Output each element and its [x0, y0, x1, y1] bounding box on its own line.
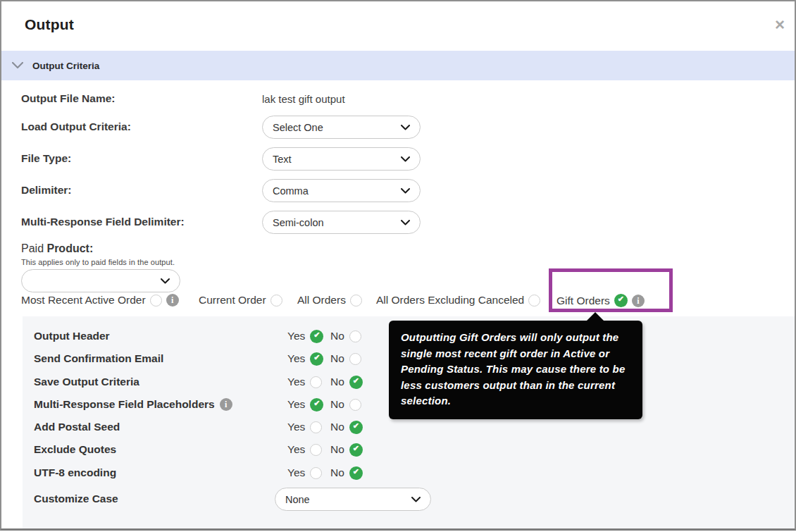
yes-option[interactable]: Yes	[287, 330, 323, 343]
toggle-row-add-postal-seed: Add Postal Seed Yes No	[34, 419, 788, 435]
radio-yes[interactable]	[310, 352, 323, 366]
radio-most-recent-active-order[interactable]	[150, 295, 162, 307]
toggle-label: Save Output Criteria	[34, 376, 139, 388]
load-output-criteria-select[interactable]: Select One	[262, 116, 421, 139]
customize-case-select[interactable]: None	[275, 488, 431, 511]
yes-option[interactable]: Yes	[287, 443, 322, 456]
option-gift-orders[interactable]: Gift Orders i	[556, 294, 645, 307]
multi-response-delimiter-selected-value: Semi-colon	[273, 217, 401, 228]
toggle-row-utf8-encoding: UTF-8 encoding Yes No	[34, 465, 788, 481]
option-label: Current Order	[199, 294, 266, 307]
delimiter-label: Delimiter:	[21, 184, 72, 197]
yes-label: Yes	[287, 330, 305, 342]
delimiter-select[interactable]: Comma	[262, 179, 421, 202]
no-option[interactable]: No	[330, 443, 363, 457]
close-icon[interactable]: ×	[775, 17, 785, 32]
no-option[interactable]: No	[330, 421, 363, 434]
multi-response-delimiter-select[interactable]: Semi-colon	[262, 211, 421, 234]
info-icon[interactable]: i	[166, 294, 179, 307]
no-label: No	[330, 352, 344, 365]
customize-case-selected-value: None	[285, 494, 411, 505]
no-label: No	[330, 330, 344, 342]
radio-no[interactable]	[349, 330, 361, 342]
toggle-label: UTF-8 encoding	[34, 466, 116, 479]
no-option[interactable]: No	[330, 398, 361, 411]
radio-all-orders[interactable]	[350, 295, 362, 307]
tooltip-text: Outputting Gift Orders will only output …	[401, 330, 630, 409]
option-label: Gift Orders	[556, 295, 610, 307]
paid-product-label-bold: Product:	[46, 242, 93, 254]
option-label: All Orders Excluding Canceled	[376, 294, 524, 307]
info-icon[interactable]: i	[632, 295, 645, 307]
option-all-orders-excluding-canceled[interactable]: All Orders Excluding Canceled	[376, 294, 540, 307]
order-type-options-row: Most Recent Active Order i Current Order…	[1, 294, 796, 312]
option-label: All Orders	[297, 294, 346, 307]
file-type-label: File Type:	[21, 152, 71, 165]
radio-all-orders-excluding-canceled[interactable]	[528, 295, 540, 307]
yes-label: Yes	[287, 421, 305, 433]
radio-yes[interactable]	[310, 421, 322, 433]
load-output-criteria-label: Load Output Criteria:	[21, 120, 131, 133]
option-all-orders[interactable]: All Orders	[297, 294, 362, 307]
file-type-selected-value: Text	[273, 154, 401, 165]
no-option[interactable]: No	[330, 376, 363, 389]
toggle-row-exclude-quotes: Exclude Quotes Yes No	[34, 442, 788, 457]
yes-option[interactable]: Yes	[287, 398, 323, 412]
option-label: Most Recent Active Order	[21, 294, 146, 307]
file-type-select[interactable]: Text	[262, 147, 421, 171]
yes-option[interactable]: Yes	[287, 421, 322, 433]
radio-yes[interactable]	[310, 376, 322, 388]
option-current-order[interactable]: Current Order	[199, 294, 282, 307]
radio-no[interactable]	[349, 443, 363, 457]
toggle-label: Exclude Quotes	[34, 443, 116, 456]
chevron-down-icon	[401, 125, 410, 130]
no-label: No	[330, 421, 344, 433]
paid-product-select[interactable]	[21, 269, 180, 292]
no-option[interactable]: No	[330, 466, 363, 480]
paid-product-label: Paid Product:	[21, 242, 93, 255]
yes-label: Yes	[287, 352, 305, 365]
radio-current-order[interactable]	[270, 295, 282, 307]
radio-yes[interactable]	[310, 467, 322, 479]
toggle-label: Send Confirmation Email	[34, 352, 163, 365]
radio-no[interactable]	[349, 466, 363, 480]
chevron-down-icon	[161, 278, 170, 284]
output-dialog: Output × Output Criteria Output File Nam…	[0, 0, 796, 531]
no-label: No	[330, 398, 344, 411]
tooltip-arrow-up	[587, 312, 604, 321]
yes-option[interactable]: Yes	[287, 376, 322, 388]
no-label: No	[330, 443, 344, 456]
yes-label: Yes	[287, 376, 305, 388]
paid-product-helper-text: This applies only to paid fields in the …	[21, 258, 175, 266]
yes-label: Yes	[287, 398, 305, 411]
yes-label: Yes	[287, 443, 305, 456]
no-option[interactable]: No	[330, 330, 361, 342]
section-header-output-criteria[interactable]: Output Criteria	[1, 51, 795, 80]
chevron-down-icon	[411, 497, 421, 502]
no-label: No	[330, 376, 344, 388]
radio-gift-orders[interactable]	[614, 294, 628, 307]
toggle-label: Add Postal Seed	[34, 421, 120, 433]
dialog-header: Output ×	[1, 1, 795, 51]
yes-label: Yes	[287, 466, 305, 479]
output-file-name-label: Output File Name:	[21, 92, 115, 105]
dialog-content: Output File Name: lak test gift output L…	[1, 80, 796, 531]
no-option[interactable]: No	[330, 352, 361, 365]
paid-product-label-normal: Paid	[21, 242, 46, 254]
info-icon[interactable]: i	[220, 398, 232, 411]
radio-yes[interactable]	[310, 444, 322, 456]
radio-no[interactable]	[349, 376, 363, 389]
yes-option[interactable]: Yes	[287, 352, 323, 366]
radio-yes[interactable]	[310, 330, 323, 343]
radio-no[interactable]	[349, 399, 361, 411]
radio-yes[interactable]	[310, 398, 323, 412]
radio-no[interactable]	[349, 421, 363, 434]
load-output-criteria-selected-value: Select One	[273, 122, 401, 133]
yes-option[interactable]: Yes	[287, 466, 322, 479]
option-most-recent-active-order[interactable]: Most Recent Active Order i	[21, 294, 179, 307]
page-title: Output	[25, 16, 74, 33]
customize-case-label: Customize Case	[34, 493, 118, 505]
multi-response-delimiter-label: Multi-Response Field Delimiter:	[21, 216, 185, 228]
radio-no[interactable]	[349, 353, 361, 365]
section-title: Output Criteria	[32, 61, 99, 71]
